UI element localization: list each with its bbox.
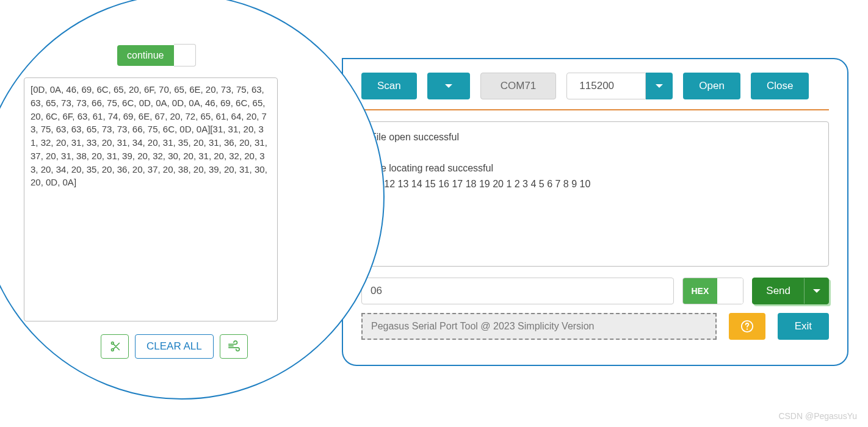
send-button[interactable]: Send (753, 278, 804, 304)
com-port-field[interactable]: COM71 (480, 73, 557, 99)
chevron-down-icon (656, 84, 663, 88)
baud-input[interactable] (566, 73, 646, 99)
clear-all-button[interactable]: CLEAR ALL (135, 334, 214, 359)
toolbar: Scan COM71 Open Close (361, 73, 829, 110)
chevron-down-icon (813, 289, 820, 293)
hex-toggle-off[interactable] (717, 278, 743, 304)
send-row: HEX Send (361, 278, 829, 304)
hex-toggle-on[interactable]: HEX (683, 278, 718, 304)
send-dropdown[interactable] (804, 278, 828, 304)
help-button[interactable] (729, 313, 765, 340)
info-label: Pegasus Serial Port Tool @ 2023 Simplici… (361, 313, 717, 340)
close-button[interactable]: Close (751, 73, 809, 99)
send-input[interactable] (361, 278, 674, 304)
chevron-down-icon (445, 84, 452, 88)
left-bottom-controls: CLEAR ALL (101, 334, 248, 359)
baud-select[interactable] (566, 73, 673, 99)
exit-button[interactable]: Exit (778, 313, 829, 340)
send-button-group: Send (752, 278, 829, 304)
footer-row: Pegasus Serial Port Tool @ 2023 Simplici… (361, 313, 829, 340)
continue-button[interactable]: continue (117, 45, 174, 66)
scan-dropdown[interactable] (427, 73, 470, 99)
continue-group: continue (117, 44, 196, 66)
cut-right-button[interactable] (220, 334, 248, 359)
watermark: CSDN @PegasusYu (778, 411, 857, 421)
scan-button[interactable]: Scan (361, 73, 417, 99)
svg-point-1 (747, 328, 748, 329)
hex-dump-box: [0D, 0A, 46, 69, 6C, 65, 20, 6F, 70, 65,… (24, 77, 278, 321)
right-panel: Scan COM71 Open Close File open successf… (342, 58, 848, 366)
cut-left-button[interactable] (101, 334, 129, 359)
wind-icon (227, 340, 241, 353)
continue-toggle-off[interactable] (174, 44, 196, 66)
baud-dropdown[interactable] (646, 73, 673, 99)
serial-output: File open successful File locating read … (361, 121, 829, 267)
hex-toggle[interactable]: HEX (682, 278, 744, 304)
scissors-icon (108, 340, 121, 353)
left-bubble: continue [0D, 0A, 46, 69, 6C, 65, 20, 6F… (0, 0, 385, 400)
open-button[interactable]: Open (683, 73, 740, 99)
help-icon (740, 320, 754, 333)
